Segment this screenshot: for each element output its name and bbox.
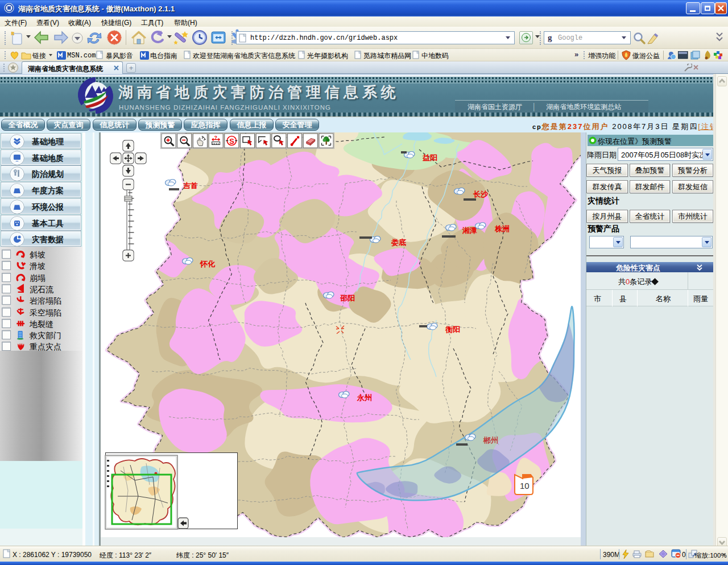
svg-text:长沙: 长沙 bbox=[473, 190, 489, 198]
svg-text:湘潭: 湘潭 bbox=[462, 226, 477, 235]
svg-text:郴州: 郴州 bbox=[483, 436, 498, 444]
svg-text:吉首: 吉首 bbox=[183, 181, 198, 190]
svg-text:永州: 永州 bbox=[357, 393, 372, 402]
svg-text:?: ? bbox=[214, 135, 218, 140]
svg-text:株洲: 株洲 bbox=[494, 225, 510, 233]
svg-text:怀化: 怀化 bbox=[200, 260, 216, 268]
svg-text:衡阳: 衡阳 bbox=[445, 325, 460, 334]
svg-text:益阳: 益阳 bbox=[422, 153, 437, 162]
svg-text:邵阳: 邵阳 bbox=[340, 294, 355, 302]
svg-text:10: 10 bbox=[520, 481, 530, 491]
svg-text:S: S bbox=[229, 137, 234, 146]
svg-text:娄底: 娄底 bbox=[391, 238, 406, 247]
